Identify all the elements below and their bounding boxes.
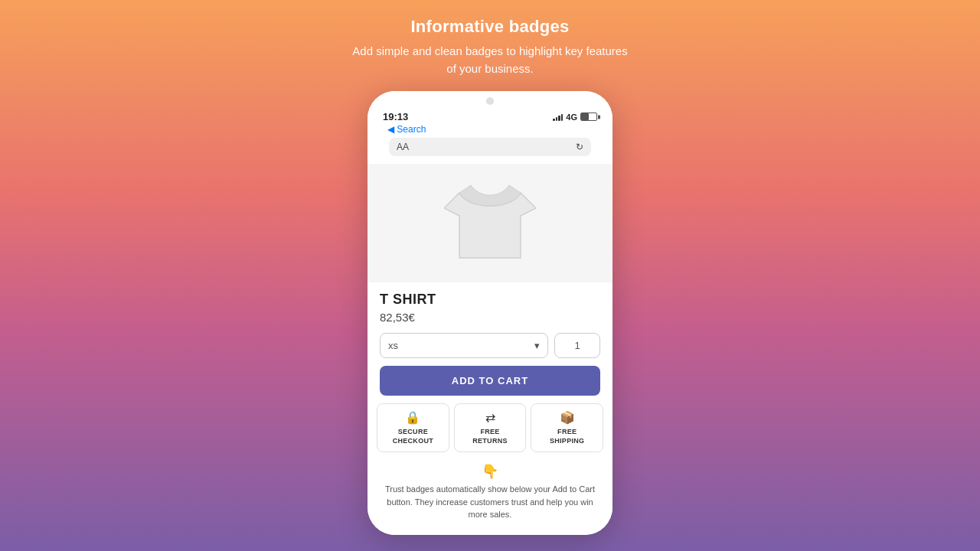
badges-row: 🔒 SECURECHECKOUT ⇄ FREERETURNS 📦 FREESHI… [368,403,612,452]
phone-camera [486,97,494,105]
badge-free-shipping: 📦 FREESHIPPING [531,403,603,452]
product-name: T SHIRT [380,292,600,308]
network-label: 4G [566,112,577,122]
badge-secure-checkout: 🔒 SECURECHECKOUT [377,403,449,452]
phone-frame: 19:13 4G ◀ Search AA ↻ [368,91,612,535]
status-bar: 19:13 4G [381,111,599,122]
battery-fill [581,113,589,120]
size-value: xs [388,340,398,351]
secure-checkout-icon: 🔒 [405,410,420,425]
url-bar[interactable]: AA ↻ [389,138,591,156]
product-image-area [368,164,612,282]
battery-icon [580,112,597,121]
status-icons: 4G [553,112,597,122]
product-controls: xs ▾ 1 [368,333,612,358]
header-title: Informative badges [410,17,569,37]
status-time: 19:13 [383,111,408,122]
free-returns-label: FREERETURNS [472,428,508,445]
phone-notch-row [381,97,599,108]
phone-top-bar: 19:13 4G ◀ Search AA ↻ [368,91,612,164]
trust-emoji: 👇 [482,463,498,480]
product-info: T SHIRT 82,53€ [368,282,612,333]
signal-bars-icon [553,113,563,121]
phone-content: T SHIRT 82,53€ xs ▾ 1 ADD TO CART 🔒 SECU… [368,164,612,535]
trust-text: Trust badges automatically show below yo… [380,483,600,521]
product-price: 82,53€ [380,311,600,324]
nav-bar: ◀ Search [381,122,599,138]
url-aa-label: AA [397,142,409,152]
tshirt-image [444,174,536,273]
trust-section: 👇 Trust badges automatically show below … [368,458,612,526]
free-shipping-icon: 📦 [560,410,575,425]
add-to-cart-button[interactable]: ADD TO CART [380,366,600,396]
size-chevron-icon: ▾ [534,340,540,351]
refresh-icon[interactable]: ↻ [576,142,583,152]
badge-free-returns: ⇄ FREERETURNS [454,403,527,452]
free-returns-icon: ⇄ [485,410,495,425]
page-background: Informative badges Add simple and clean … [0,0,980,551]
free-shipping-label: FREESHIPPING [550,428,584,445]
secure-checkout-label: SECURECHECKOUT [393,428,433,445]
back-button-label[interactable]: ◀ Search [387,124,426,135]
header-subtitle: Add simple and clean badges to highlight… [352,43,628,77]
size-select[interactable]: xs ▾ [380,333,548,358]
quantity-input[interactable]: 1 [554,333,600,358]
